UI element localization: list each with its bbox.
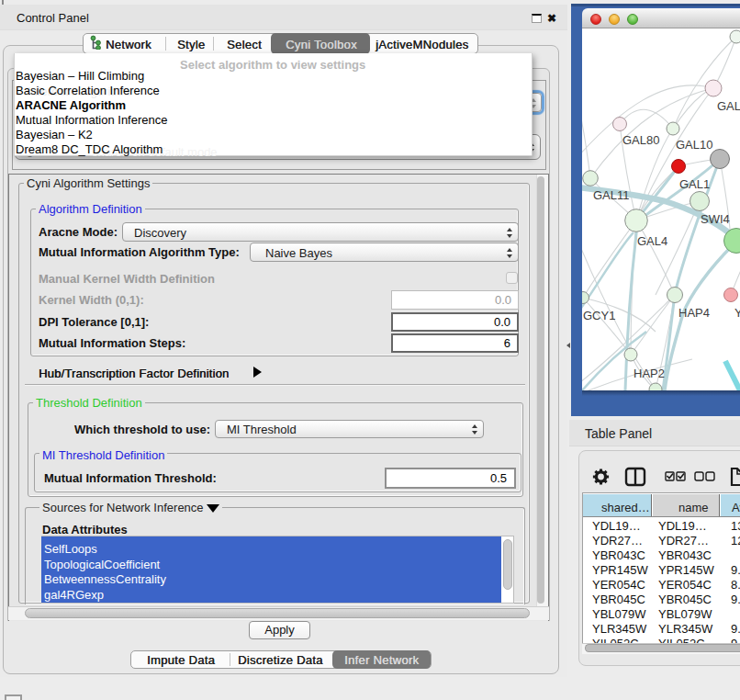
svg-text:GAL1: GAL1 bbox=[679, 177, 710, 191]
svg-text:GAL4: GAL4 bbox=[637, 234, 667, 248]
svg-text:GAL2: GAL2 bbox=[717, 99, 740, 113]
svg-text:GAL80: GAL80 bbox=[622, 133, 659, 147]
svg-text:GAL11: GAL11 bbox=[593, 188, 630, 202]
svg-text:GCY1: GCY1 bbox=[583, 309, 615, 322]
svg-text:Y: Y bbox=[734, 306, 740, 320]
svg-text:SWI4: SWI4 bbox=[701, 212, 730, 226]
svg-text:HAP4: HAP4 bbox=[678, 306, 710, 320]
svg-text:GAL10: GAL10 bbox=[676, 138, 712, 152]
svg-text:HAP2: HAP2 bbox=[633, 367, 665, 380]
